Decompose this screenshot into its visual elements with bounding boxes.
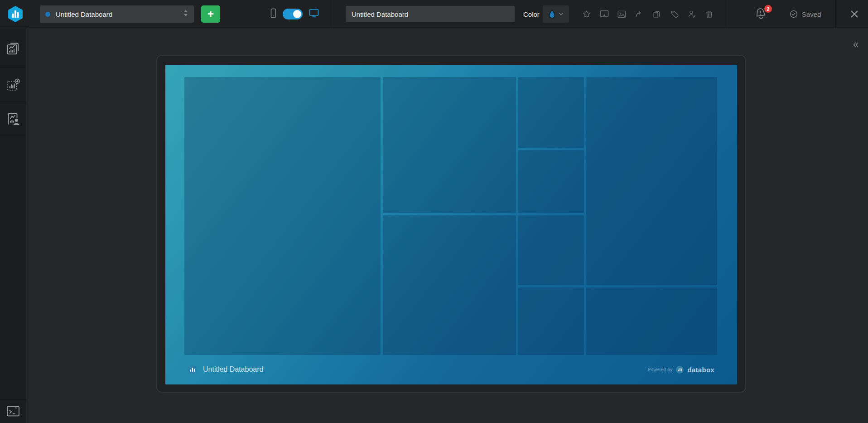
device-preview-toggle-group: [270, 0, 319, 28]
mobile-phone-icon[interactable]: [270, 8, 277, 20]
board-color-dot: [45, 12, 50, 17]
mobile-desktop-toggle[interactable]: [283, 9, 303, 19]
databoard-preview-screen: Untitled Databoard Powered by databox: [165, 65, 737, 384]
duplicate-copy-icon[interactable]: [652, 9, 662, 19]
selected-databoard-name: Untitled Databoard: [56, 10, 183, 18]
datablock-placeholder[interactable]: [518, 77, 584, 148]
databoard-actions-toolbar: [582, 0, 714, 28]
databox-wordmark: databox: [687, 366, 714, 374]
datablock-placeholder[interactable]: [518, 215, 584, 285]
collapse-panel-button[interactable]: [849, 39, 862, 51]
powered-by-label: Powered by: [648, 367, 673, 372]
toolbar-divider: [725, 0, 725, 28]
share-icon[interactable]: [634, 9, 644, 19]
databoards-library-icon: [5, 40, 21, 56]
tv-preview-bezel: Untitled Databoard Powered by databox: [156, 55, 746, 393]
datablock-placeholder[interactable]: [586, 77, 717, 285]
delete-trash-icon[interactable]: [704, 9, 714, 19]
datablock-placeholder[interactable]: [586, 287, 717, 355]
desktop-monitor-icon[interactable]: [309, 8, 319, 20]
datablock-placeholder[interactable]: [383, 215, 516, 355]
datablock-placeholder[interactable]: [383, 77, 516, 213]
datablock-placeholder[interactable]: [184, 77, 381, 355]
sidebar-item-databoards[interactable]: [0, 28, 26, 68]
databoard-selector-dropdown[interactable]: Untitled Databoard: [40, 5, 194, 23]
save-status: Saved: [789, 0, 821, 28]
toggle-knob: [293, 10, 301, 18]
terminal-console-icon: [6, 405, 20, 418]
chevron-down-icon: [559, 12, 564, 16]
databoard-footer: Untitled Databoard Powered by databox: [165, 355, 737, 384]
double-chevron-left-icon: [851, 40, 860, 49]
databoard-name-input[interactable]: [346, 6, 515, 22]
add-datablock-icon: [5, 77, 21, 92]
saved-label: Saved: [802, 10, 821, 18]
top-toolbar: Untitled Databoard + Col: [0, 0, 868, 28]
chart-person-template-icon: [5, 111, 21, 126]
datablock-placeholder[interactable]: [518, 150, 584, 213]
databox-logo-icon[interactable]: [6, 5, 24, 23]
tag-icon[interactable]: [670, 9, 680, 19]
add-databoard-button[interactable]: +: [201, 5, 220, 23]
sidebar-item-console[interactable]: [0, 399, 26, 423]
editor-canvas-area: Untitled Databoard Powered by databox: [27, 29, 868, 423]
databox-mark-icon: [188, 365, 197, 374]
toolbar-divider: [330, 0, 330, 28]
editor-sidebar: [0, 28, 26, 423]
wallpaper-image-icon[interactable]: [617, 9, 627, 19]
databox-mark-icon: [676, 366, 684, 374]
sidebar-item-add-datablock[interactable]: [0, 68, 26, 102]
favorite-star-icon[interactable]: [582, 9, 592, 19]
close-x-icon: [849, 9, 860, 19]
check-circle-icon: [789, 10, 798, 19]
color-label: Color: [523, 0, 540, 28]
sidebar-item-templates[interactable]: [0, 102, 26, 136]
datablock-placeholder[interactable]: [518, 287, 584, 355]
user-permissions-icon[interactable]: [687, 9, 697, 19]
datablock-grid: [184, 77, 717, 355]
databoard-footer-title: Untitled Databoard: [203, 365, 263, 374]
color-picker-dropdown[interactable]: [543, 5, 569, 23]
color-droplet-icon: [548, 9, 556, 19]
present-screen-icon[interactable]: [599, 9, 609, 19]
notifications-bell[interactable]: 2: [754, 6, 771, 23]
close-editor-button[interactable]: [841, 0, 868, 28]
notification-count-badge: 2: [764, 5, 772, 13]
selector-sort-arrows-icon: [183, 9, 188, 19]
toolbar-divider: [835, 0, 836, 28]
